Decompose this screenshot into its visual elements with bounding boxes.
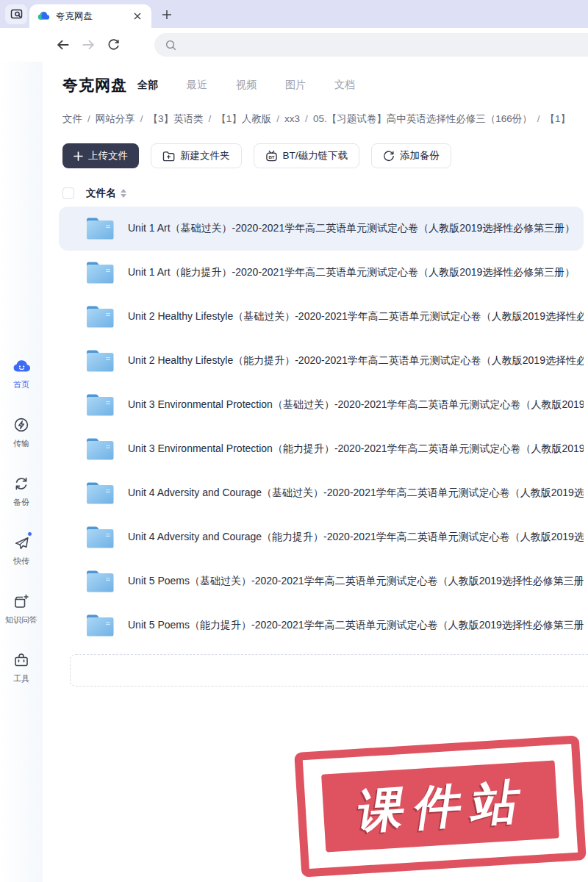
file-name: Unit 3 Environmental Protection（基础过关）-20… — [128, 398, 584, 412]
back-button[interactable] — [54, 36, 72, 54]
breadcrumb-item[interactable]: xx3 — [284, 113, 300, 124]
breadcrumb-item[interactable]: 【1】人教版 — [216, 113, 271, 124]
folder-icon — [85, 392, 115, 417]
file-row[interactable]: Unit 3 Environmental Protection（能力提升）-20… — [59, 427, 584, 471]
file-name: Unit 4 Adversity and Courage（能力提升）-2020-… — [128, 531, 584, 544]
file-name: Unit 4 Adversity and Courage（基础过关）-2020-… — [128, 487, 584, 500]
breadcrumb-separator: / — [276, 113, 279, 124]
breadcrumb-item[interactable]: 05.【习题试卷】高中英语选择性必修三（166份） — [313, 113, 532, 124]
tab-recent[interactable]: 最近 — [187, 79, 207, 92]
sidebar-item-tools[interactable]: 工具 — [12, 650, 31, 684]
sidebar-item-label: 知识问答 — [5, 614, 37, 625]
tab-image[interactable]: 图片 — [285, 79, 306, 92]
select-all-checkbox[interactable] — [62, 187, 74, 199]
tab-document[interactable]: 文档 — [334, 79, 355, 92]
file-list-header: 文件名 — [62, 187, 588, 200]
tab-title: 夸克网盘 — [56, 10, 131, 23]
breadcrumb-separator: / — [305, 113, 308, 124]
folder-icon — [85, 437, 115, 462]
sort-icon[interactable] — [121, 189, 126, 198]
sidebar-item-label: 备份 — [13, 497, 29, 508]
add-backup-button[interactable]: 添加备份 — [371, 143, 451, 168]
tab-all[interactable]: 全部 — [137, 79, 158, 92]
breadcrumb-item[interactable]: 【1】 — [545, 113, 570, 124]
forward-button[interactable] — [79, 36, 97, 54]
new-tab-button[interactable] — [157, 5, 176, 24]
address-search-bar[interactable] — [154, 33, 588, 57]
file-name: Unit 1 Art（基础过关）-2020-2021学年高二英语单元测试定心卷（… — [128, 222, 575, 235]
folder-icon — [85, 569, 115, 594]
folder-icon — [85, 348, 115, 373]
action-bar: 上传文件 新建文件夹 BT BT/磁力链下载 — [62, 143, 588, 168]
file-name: Unit 3 Environmental Protection（能力提升）-20… — [128, 442, 584, 456]
sidebar-item-backup[interactable]: 备份 — [12, 474, 31, 508]
browser-tab-strip: 夸克网盘 — [0, 0, 588, 28]
sidebar-item-quick-send[interactable]: 快传 — [12, 533, 31, 567]
breadcrumb-item[interactable]: 【3】英语类 — [148, 113, 204, 124]
transfer-icon — [12, 415, 31, 434]
home-cloud-icon — [12, 356, 31, 376]
search-icon — [165, 39, 177, 51]
sidebar-item-transfer[interactable]: 传输 — [12, 415, 31, 449]
new-folder-label: 新建文件夹 — [180, 149, 230, 162]
file-name: Unit 1 Art（能力提升）-2020-2021学年高二英语单元测试定心卷（… — [128, 266, 575, 279]
new-folder-button[interactable]: 新建文件夹 — [151, 143, 242, 168]
circular-arrow-icon — [383, 150, 395, 162]
file-list: Unit 1 Art（基础过关）-2020-2021学年高二英语单元测试定心卷（… — [59, 207, 588, 648]
content-panel: 夸克网盘 全部 最近 视频 图片 文档 文件/网站分享/【3】英语类/【1】人教… — [43, 62, 588, 882]
plus-icon — [162, 10, 172, 20]
paper-plane-icon — [12, 533, 31, 552]
sidebar-item-home[interactable]: 首页 — [12, 356, 31, 390]
file-row[interactable]: Unit 2 Healthy Lifestyle（基础过关）-2020-2021… — [59, 295, 584, 339]
browser-tab[interactable]: 夸克网盘 — [29, 4, 151, 28]
sidebar-item-label: 首页 — [13, 379, 29, 390]
file-row[interactable]: Unit 5 Poems（能力提升）-2020-2021学年高二英语单元测试定心… — [59, 603, 584, 648]
content-header: 夸克网盘 全部 最近 视频 图片 文档 — [62, 75, 588, 96]
sidebar-item-knowledge-qa[interactable]: 知识问答 — [5, 592, 37, 625]
notification-dot — [27, 531, 32, 537]
bt-magnet-download-button[interactable]: BT BT/磁力链下载 — [254, 143, 360, 168]
svg-text:BT: BT — [268, 154, 274, 159]
file-row[interactable]: Unit 2 Healthy Lifestyle（能力提升）-2020-2021… — [59, 339, 584, 383]
upload-file-label: 上传文件 — [88, 149, 128, 162]
main-area: 首页 传输 备份 — [0, 62, 588, 882]
sidebar-item-label: 传输 — [13, 438, 29, 449]
breadcrumb-separator: / — [209, 113, 212, 124]
plus-icon — [74, 151, 83, 161]
filename-column-header: 文件名 — [86, 187, 116, 200]
add-backup-label: 添加备份 — [400, 149, 440, 162]
folder-icon — [85, 260, 115, 285]
file-row[interactable]: Unit 3 Environmental Protection（基础过关）-20… — [59, 383, 584, 427]
folder-icon — [85, 525, 115, 550]
tab-search-button[interactable] — [5, 4, 27, 24]
file-row[interactable]: Unit 4 Adversity and Courage（能力提升）-2020-… — [59, 515, 584, 559]
file-name: Unit 2 Healthy Lifestyle（能力提升）-2020-2021… — [128, 354, 584, 368]
folder-icon — [85, 304, 115, 329]
file-row[interactable]: Unit 5 Poems（基础过关）-2020-2021学年高二英语单元测试定心… — [59, 559, 584, 603]
toolbox-icon — [12, 650, 31, 670]
tab-close-icon[interactable] — [131, 10, 144, 23]
breadcrumb-separator: / — [537, 113, 540, 124]
sidebar-item-label: 工具 — [13, 673, 29, 684]
file-row[interactable]: Unit 1 Art（能力提升）-2020-2021学年高二英语单元测试定心卷（… — [59, 251, 584, 295]
sync-arrows-icon — [12, 474, 31, 493]
file-name: Unit 5 Poems（能力提升）-2020-2021学年高二英语单元测试定心… — [128, 619, 584, 632]
tab-video[interactable]: 视频 — [236, 79, 257, 92]
upload-dropzone[interactable] — [70, 654, 588, 686]
breadcrumb-item[interactable]: 文件 — [62, 113, 82, 124]
app-logo: 夸克网盘 — [62, 75, 127, 96]
upload-file-button[interactable]: 上传文件 — [62, 143, 139, 168]
bt-download-icon: BT — [265, 150, 278, 162]
folder-plus-icon — [162, 151, 175, 162]
quark-logo-icon — [37, 10, 50, 23]
breadcrumb-item[interactable]: 网站分享 — [96, 113, 135, 124]
sidebar-item-label: 快传 — [13, 556, 29, 567]
browser-toolbar — [0, 28, 588, 62]
file-row[interactable]: Unit 1 Art（基础过关）-2020-2021学年高二英语单元测试定心卷（… — [59, 207, 584, 251]
file-name: Unit 2 Healthy Lifestyle（基础过关）-2020-2021… — [128, 310, 584, 323]
folder-icon — [85, 481, 115, 506]
refresh-button[interactable] — [104, 36, 122, 54]
file-row[interactable]: Unit 4 Adversity and Courage（基础过关）-2020-… — [59, 471, 584, 515]
box-add-icon — [12, 592, 31, 611]
breadcrumb: 文件/网站分享/【3】英语类/【1】人教版/xx3/05.【习题试卷】高中英语选… — [62, 112, 588, 126]
